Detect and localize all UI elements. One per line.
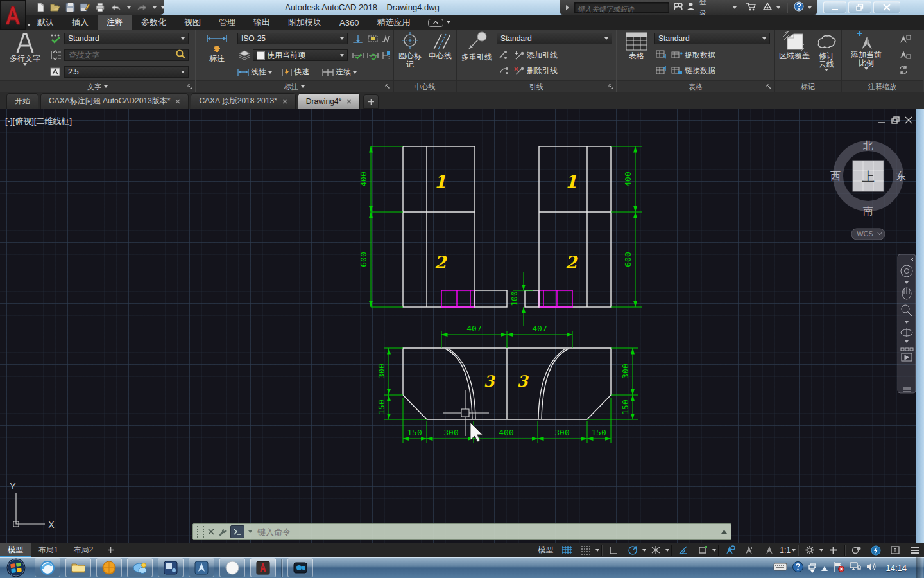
text-height-select[interactable]: 2.5	[64, 66, 189, 78]
magenta-slots-left[interactable]	[441, 290, 475, 307]
quick-dim-button[interactable]: 快速	[282, 67, 309, 78]
table-button[interactable]: 表格	[621, 31, 652, 60]
tray-help-icon[interactable]	[792, 561, 803, 575]
start-button[interactable]	[5, 558, 27, 577]
tab-addins[interactable]: 附加模块	[279, 15, 330, 30]
dim-layer-icon[interactable]	[239, 50, 250, 63]
command-grip-handle[interactable]	[197, 526, 204, 538]
tray-network-icon[interactable]	[850, 561, 861, 574]
table-style-select[interactable]: Standard	[654, 33, 770, 44]
restore-button[interactable]	[848, 1, 871, 13]
undo-icon[interactable]	[110, 3, 123, 12]
table-dialog-launcher-icon[interactable]	[766, 83, 772, 91]
annotation-scale-icon[interactable]	[759, 543, 778, 557]
text-dialog-launcher-icon[interactable]	[187, 83, 193, 91]
viewport-controls-label[interactable]: [-][俯视][二维线框]	[5, 116, 72, 127]
centerline-button[interactable]: 中心线	[426, 31, 454, 60]
app-store-icon[interactable]	[746, 2, 756, 13]
mleader-collect-icon[interactable]	[498, 66, 509, 75]
dim-check-icon[interactable]	[352, 51, 364, 63]
annotation-visibility-icon[interactable]	[721, 543, 740, 557]
close-button[interactable]	[873, 1, 900, 13]
taskbar-cad-tool-icon[interactable]	[189, 558, 214, 577]
save-as-icon[interactable]	[80, 3, 90, 12]
dim-style-select[interactable]: ISO-25	[237, 33, 348, 44]
tab-default[interactable]: 默认	[28, 15, 63, 30]
viewport-close-icon[interactable]	[905, 117, 912, 123]
snap-dropdown-icon[interactable]	[595, 549, 599, 552]
wcs-dropdown[interactable]: WCS	[851, 229, 885, 240]
dim-jog-icon[interactable]	[382, 34, 391, 46]
revcloud-dropdown-icon[interactable]	[825, 69, 828, 71]
search-icon[interactable]	[673, 2, 683, 13]
new-drawing-tab-button[interactable]	[363, 94, 379, 109]
file-tab-start[interactable]: 开始	[6, 93, 38, 109]
clean-screen-icon[interactable]	[886, 543, 905, 557]
command-expand-icon[interactable]	[721, 530, 727, 534]
mtext-button[interactable]: 多行文字	[5, 31, 45, 66]
taskbar-explorer-icon[interactable]	[65, 558, 91, 577]
tab-a360[interactable]: A360	[330, 15, 368, 30]
file-tab-caxa1[interactable]: CAXA标注问题 AutoCAD2013版本*	[40, 93, 189, 109]
extract-data-button[interactable]: 提取数据	[671, 50, 715, 61]
plot-icon[interactable]	[95, 3, 105, 12]
customization-menu-icon[interactable]	[905, 543, 924, 557]
tray-volume-icon[interactable]	[866, 562, 877, 574]
layout-tab-model[interactable]: 模型	[0, 543, 31, 557]
dim-quick-edit-icon[interactable]	[367, 34, 379, 46]
white-slot-left[interactable]	[475, 290, 507, 307]
linear-dim-button[interactable]: 线性	[237, 67, 272, 78]
viewcube-top-label[interactable]: 上	[862, 170, 875, 184]
annotation-scale-value[interactable]: 1:1	[778, 546, 792, 555]
tab-output[interactable]: 输出	[244, 15, 279, 30]
search-expand-icon[interactable]	[565, 2, 570, 13]
viewport-window-controls[interactable]	[878, 117, 912, 123]
magenta-slots-right[interactable]	[539, 290, 572, 307]
workspace-gear-icon[interactable]	[800, 543, 819, 557]
viewport-restore-icon[interactable]	[892, 117, 899, 123]
find-text-input[interactable]	[65, 51, 176, 60]
mtext-dropdown-icon[interactable]	[23, 63, 27, 66]
help-dropdown-icon[interactable]	[808, 6, 812, 9]
graphics-performance-icon[interactable]	[866, 543, 886, 557]
navigation-bar[interactable]	[898, 254, 916, 393]
viewcube[interactable]: 上 北 南 西 东 WCS	[830, 140, 906, 240]
panel-text-footer[interactable]: 文字	[0, 80, 195, 92]
tab-view[interactable]: 视图	[175, 15, 210, 30]
file-tab-caxa2[interactable]: CAXA 原版2018-2013*	[191, 93, 295, 109]
isolate-objects-icon[interactable]	[847, 543, 866, 557]
multileader-button[interactable]: 多重引线	[459, 31, 494, 62]
search-input[interactable]	[575, 4, 669, 14]
command-prompt-icon[interactable]	[230, 525, 244, 538]
sync-scale-icon[interactable]	[898, 65, 911, 78]
dim-baseline-icon[interactable]	[352, 34, 364, 46]
taskbar-dev-badge-icon[interactable]	[158, 558, 184, 577]
undo-dropdown-icon[interactable]	[127, 6, 131, 9]
annotation-autoscale-icon[interactable]	[740, 543, 759, 557]
minimize-button[interactable]	[823, 1, 846, 13]
ortho-toggle-icon[interactable]	[604, 543, 623, 557]
add-current-scale-button[interactable]: 添加当前比例	[846, 31, 887, 70]
show-desktop-button[interactable]	[916, 557, 923, 578]
tab-manage[interactable]: 管理	[210, 15, 244, 30]
lower-part-outline[interactable]	[403, 348, 611, 419]
anno-autoscale-icon[interactable]	[898, 49, 911, 62]
taskbar-recorder-icon[interactable]	[287, 558, 313, 577]
panel-dimension-footer[interactable]: 标注	[196, 80, 393, 92]
new-layout-button[interactable]	[101, 543, 120, 557]
signin-dropdown-icon[interactable]	[733, 6, 737, 9]
tab-featured-apps[interactable]: 精选应用	[368, 15, 419, 30]
tab-insert[interactable]: 插入	[63, 15, 98, 30]
viewcube-south[interactable]: 南	[863, 206, 873, 216]
layout-tab-layout2[interactable]: 布局2	[66, 543, 101, 557]
tab-parametric[interactable]: 参数化	[132, 15, 175, 30]
tray-keyboard-icon[interactable]	[773, 562, 787, 574]
continue-dim-button[interactable]: 连续	[322, 67, 357, 78]
text-align-icon[interactable]	[50, 50, 62, 63]
application-menu-button[interactable]	[0, 0, 26, 30]
new-file-icon[interactable]	[36, 3, 46, 12]
white-slot-right[interactable]	[525, 290, 539, 307]
dimension-button[interactable]: 标注	[199, 31, 235, 63]
mleader-align-icon[interactable]	[498, 50, 509, 60]
tray-window-stack-icon[interactable]	[809, 563, 816, 573]
